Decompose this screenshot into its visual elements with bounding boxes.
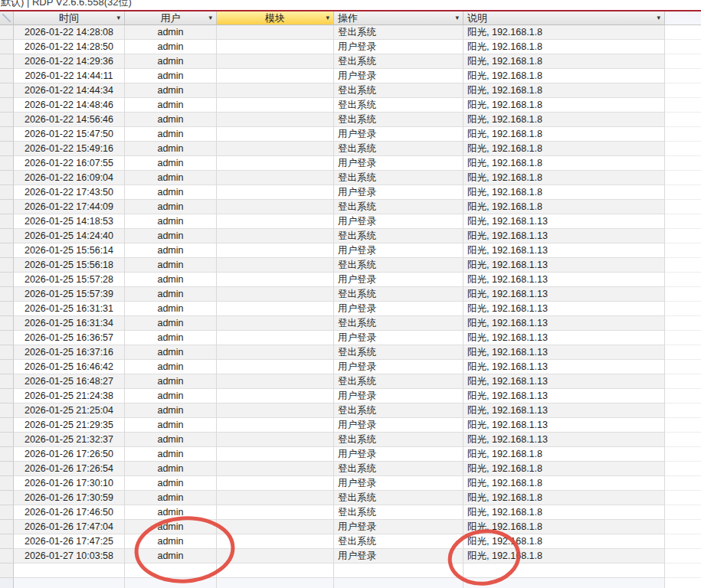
record-selector[interactable] [0, 142, 14, 156]
cell-user[interactable]: admin [125, 54, 217, 69]
record-selector[interactable] [0, 171, 14, 185]
cell-module[interactable] [217, 40, 334, 54]
filter-dropdown-icon[interactable]: ▾ [326, 11, 329, 24]
record-selector[interactable] [0, 258, 14, 273]
cell-desc[interactable]: 阳光, 192.168.1.13 [464, 316, 665, 331]
cell-op[interactable]: 用户登录 [334, 520, 464, 534]
record-selector[interactable] [0, 273, 14, 287]
cell-module[interactable] [217, 447, 334, 462]
cell-time[interactable]: 2026-01-27 10:03:58 [14, 549, 125, 564]
cell-time[interactable]: 2026-01-26 17:30:59 [14, 491, 125, 505]
cell-user[interactable]: admin [125, 156, 217, 171]
cell-op[interactable]: 登出系统 [334, 505, 464, 520]
record-selector[interactable] [0, 403, 14, 418]
record-selector[interactable] [0, 243, 14, 258]
cell-user[interactable] [125, 564, 217, 578]
cell-op[interactable]: 用户登录 [334, 418, 464, 433]
cell-time[interactable]: 2026-01-26 17:26:54 [14, 462, 125, 476]
cell-user[interactable]: admin [125, 243, 217, 258]
cell-module[interactable] [217, 273, 334, 287]
cell-user[interactable]: admin [125, 534, 217, 549]
cell-op[interactable]: 用户登录 [334, 40, 464, 54]
cell-desc[interactable]: 阳光, 192.168.1.13 [464, 433, 665, 447]
cell-op[interactable] [334, 578, 464, 588]
cell-user[interactable]: admin [125, 40, 217, 54]
cell-op[interactable]: 登出系统 [334, 491, 464, 505]
cell-user[interactable]: admin [125, 302, 217, 316]
cell-module[interactable] [217, 243, 334, 258]
cell-op[interactable]: 用户登录 [334, 447, 464, 462]
cell-module[interactable] [217, 345, 334, 360]
cell-desc[interactable]: 阳光, 192.168.1.13 [464, 258, 665, 273]
record-selector[interactable] [0, 25, 14, 40]
cell-op[interactable]: 登出系统 [334, 534, 464, 549]
cell-module[interactable] [217, 229, 334, 243]
cell-op[interactable]: 登出系统 [334, 287, 464, 302]
cell-time[interactable]: 2026-01-25 21:25:04 [14, 403, 125, 418]
cell-time[interactable]: 2026-01-25 21:24:38 [14, 389, 125, 403]
cell-time[interactable]: 2026-01-25 16:48:27 [14, 374, 125, 389]
record-selector[interactable] [0, 433, 14, 447]
cell-module[interactable] [217, 54, 334, 69]
record-selector[interactable] [0, 564, 14, 578]
cell-user[interactable]: admin [125, 229, 217, 243]
cell-time[interactable]: 2026-01-25 16:31:31 [14, 302, 125, 316]
cell-desc[interactable]: 阳光, 192.168.1.8 [464, 156, 665, 171]
cell-desc[interactable]: 阳光, 192.168.1.13 [464, 214, 665, 229]
cell-op[interactable]: 用户登录 [334, 127, 464, 142]
cell-desc[interactable] [464, 578, 665, 588]
cell-module[interactable] [217, 564, 334, 578]
cell-desc[interactable]: 阳光, 192.168.1.13 [464, 345, 665, 360]
filter-dropdown-icon[interactable]: ▾ [116, 11, 120, 24]
cell-op[interactable]: 登出系统 [334, 25, 464, 40]
cell-op[interactable]: 用户登录 [334, 214, 464, 229]
cell-user[interactable]: admin [125, 462, 217, 476]
cell-op[interactable]: 登出系统 [334, 316, 464, 331]
cell-desc[interactable]: 阳光, 192.168.1.8 [464, 505, 665, 520]
record-selector[interactable] [0, 185, 14, 200]
cell-op[interactable]: 用户登录 [334, 389, 464, 403]
cell-user[interactable]: admin [125, 418, 217, 433]
cell-module[interactable] [217, 214, 334, 229]
cell-desc[interactable]: 阳光, 192.168.1.8 [464, 69, 665, 83]
cell-time[interactable]: 2026-01-22 14:44:34 [14, 83, 125, 98]
filter-dropdown-icon[interactable]: ▾ [208, 11, 212, 24]
cell-user[interactable]: admin [125, 403, 217, 418]
cell-desc[interactable]: 阳光, 192.168.1.13 [464, 287, 665, 302]
cell-user[interactable]: admin [125, 258, 217, 273]
cell-desc[interactable]: 阳光, 192.168.1.13 [464, 418, 665, 433]
cell-time[interactable]: 2026-01-22 16:09:04 [14, 171, 125, 185]
record-selector[interactable] [0, 316, 14, 331]
cell-desc[interactable]: 阳光, 192.168.1.13 [464, 403, 665, 418]
cell-module[interactable] [217, 83, 334, 98]
cell-time[interactable]: 2026-01-25 15:57:28 [14, 273, 125, 287]
cell-op[interactable]: 登出系统 [334, 54, 464, 69]
cell-op[interactable]: 登出系统 [334, 374, 464, 389]
cell-op[interactable]: 登出系统 [334, 433, 464, 447]
cell-module[interactable] [217, 98, 334, 113]
cell-desc[interactable]: 阳光, 192.168.1.8 [464, 127, 665, 142]
cell-desc[interactable]: 阳光, 192.168.1.8 [464, 491, 665, 505]
record-selector[interactable] [0, 302, 14, 316]
cell-desc[interactable]: 阳光, 192.168.1.13 [464, 360, 665, 374]
cell-op[interactable]: 用户登录 [334, 156, 464, 171]
cell-time[interactable]: 2026-01-26 17:47:04 [14, 520, 125, 534]
cell-module[interactable] [217, 287, 334, 302]
cell-desc[interactable] [464, 564, 665, 578]
cell-time[interactable]: 2026-01-25 21:29:35 [14, 418, 125, 433]
cell-user[interactable]: admin [125, 214, 217, 229]
cell-user[interactable]: admin [125, 389, 217, 403]
cell-desc[interactable]: 阳光, 192.168.1.13 [464, 273, 665, 287]
cell-op[interactable]: 登出系统 [334, 462, 464, 476]
record-selector[interactable] [0, 578, 14, 588]
cell-module[interactable] [217, 331, 334, 345]
record-selector[interactable] [0, 549, 14, 564]
cell-op[interactable]: 用户登录 [334, 331, 464, 345]
column-header-time[interactable]: 时间 ▾ [14, 11, 125, 25]
cell-module[interactable] [217, 549, 334, 564]
cell-desc[interactable]: 阳光, 192.168.1.13 [464, 389, 665, 403]
cell-module[interactable] [217, 69, 334, 83]
cell-time[interactable]: 2026-01-25 15:56:18 [14, 258, 125, 273]
cell-time[interactable]: 2026-01-25 21:32:37 [14, 433, 125, 447]
cell-desc[interactable]: 阳光, 192.168.1.13 [464, 302, 665, 316]
